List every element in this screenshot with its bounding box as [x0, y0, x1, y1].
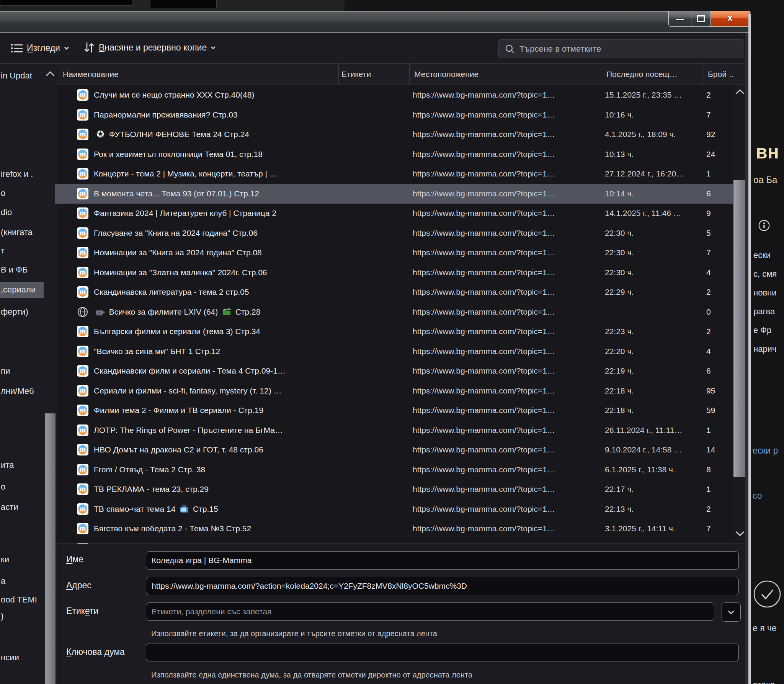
- bookmark-title: Гласуване за "Книга на 2024 година" Стр.…: [94, 223, 258, 243]
- bookmark-row[interactable]: mЛОТР: The Rings of Power - Пръстените н…: [55, 420, 733, 440]
- background-window-text-line: с, смя: [753, 269, 777, 279]
- info-icon: [758, 219, 770, 232]
- bookmark-row[interactable]: mFrom / Отвъд - Тема 2 Стр. 38https://ww…: [55, 460, 733, 480]
- sidebar-folder[interactable]: лни/Меб: [1, 383, 34, 399]
- sidebar-folder[interactable]: ферти): [1, 304, 28, 320]
- window-titlebar[interactable]: [0, 11, 751, 33]
- sidebar-folder[interactable]: ): [1, 608, 3, 624]
- bookmark-row[interactable]: mТВ спамо-чат тема 14 Стр.15https://www.…: [55, 499, 733, 519]
- keyword-field[interactable]: [146, 643, 739, 661]
- bookmark-row[interactable]: mПаранормални преживявания? Стр.03https:…: [55, 105, 733, 125]
- bookmark-row[interactable]: mСкандинавска литература - тема 2 стр.05…: [55, 282, 733, 302]
- bookmark-last-visited: 22:19 ч.: [605, 361, 702, 381]
- views-list-icon: [11, 43, 23, 53]
- column-header-last-visited[interactable]: Последно посещ…: [606, 64, 700, 85]
- bookmark-url: https://www.bg-mamma.com/?topic=1…: [413, 322, 596, 341]
- column-header-visit-count[interactable]: Брой …: [708, 64, 735, 85]
- sidebar-folder[interactable]: В и ФБ: [1, 262, 28, 278]
- sidebar-folder[interactable]: о: [1, 479, 5, 495]
- bookmark-last-visited: 22:30 ч.: [605, 223, 702, 243]
- column-divider[interactable]: [338, 64, 339, 85]
- import-backup-menu-button[interactable]: Внасяне и резервно копие: [83, 41, 216, 54]
- sidebar-folder[interactable]: пи: [1, 363, 10, 379]
- bookmark-last-visited: 3.1.2025 г., 14:11 ч.: [605, 519, 702, 539]
- column-header-name[interactable]: Наименование: [63, 64, 336, 85]
- bookmark-row[interactable]: mБългарски филми и сериали (тема 3) Стр.…: [55, 322, 733, 341]
- search-icon: [505, 44, 515, 54]
- bookmark-url: https://www.bg-mamma.com/?topic=1…: [413, 184, 596, 204]
- sidebar-folder[interactable]: нсии: [1, 650, 19, 666]
- bookmark-row[interactable]: mНВО Домът на дракона С2 и ГОТ, т. 48 ст…: [55, 440, 733, 460]
- bookmark-title: Всичко за филмите LXIV (64) Стр.28: [94, 302, 260, 322]
- sidebar-folder[interactable]: асти: [1, 499, 18, 515]
- bookmark-title: ТВ спамо-чат тема 14 Стр.15: [94, 499, 218, 519]
- sidebar-folder[interactable]: ита: [1, 457, 14, 473]
- bookmark-row[interactable]: mГласуване за "Книга на 2024 година" Стр…: [55, 223, 733, 243]
- bookmark-title: Скандинавски филм и сериали - Тема 4 Стр…: [94, 361, 286, 381]
- bookmark-row[interactable]: m ФУТБОЛНИ ФЕНОВЕ Тема 24 Стр.24https://…: [55, 124, 733, 144]
- bookmark-visit-count: 1: [706, 479, 711, 499]
- bookmark-title: From / Отвъд - Тема 2 Стр. 38: [94, 460, 205, 480]
- sidebar-folder[interactable]: о: [1, 185, 5, 201]
- background-window-fragment: [150, 0, 217, 8]
- bookmark-row[interactable]: m Островът на 100-те гривни След сезона …: [55, 539, 733, 544]
- column-divider[interactable]: [702, 64, 702, 85]
- background-window-text-line: е Фр: [753, 325, 771, 335]
- bgmamma-favicon: m: [77, 149, 88, 160]
- sidebar-folder[interactable]: (книгата: [1, 224, 33, 240]
- column-divider[interactable]: [409, 64, 410, 85]
- sidebar-scroll-up-icon[interactable]: [45, 71, 55, 77]
- bookmark-row[interactable]: Всичко за филмите LXIV (64) Стр.28https:…: [55, 302, 733, 322]
- address-field[interactable]: [146, 577, 739, 595]
- sidebar-folder[interactable]: irefox и .: [1, 166, 33, 182]
- sidebar-folder[interactable]: ood TEMI: [1, 592, 37, 608]
- sidebar-folder[interactable]: т: [1, 243, 5, 259]
- name-field[interactable]: [146, 551, 739, 570]
- bookmark-row[interactable]: mФантазика 2024 | Литературен клуб | Стр…: [55, 203, 733, 223]
- bookmark-row[interactable]: mФилми тема 2 - Филми и ТВ сериали - Стр…: [55, 400, 733, 420]
- search-input[interactable]: [519, 40, 738, 58]
- tags-dropdown-button[interactable]: [722, 602, 741, 622]
- bookmark-row[interactable]: mСкандинавски филм и сериали - Тема 4 Ст…: [55, 361, 733, 381]
- bookmark-row[interactable]: m"Всичко за сина ми" БНТ 1 Стр.12https:/…: [55, 341, 733, 361]
- bookmark-row[interactable]: mБягство към победата 2 - Тема №3 Стр.52…: [55, 519, 733, 539]
- bookmark-row-selected[interactable]: mВ момента чета... Тема 93 (от 07.01.) С…: [55, 184, 733, 204]
- sidebar-folder-selected[interactable]: ,сериали: [0, 282, 44, 298]
- bookmark-row[interactable]: mКонцерти - тема 2 | Музика, концерти, т…: [55, 164, 733, 184]
- bookmark-row[interactable]: mНоминации за "Златна малинка" 2024г. Ст…: [55, 263, 733, 282]
- clapperboard-icon: [222, 308, 231, 316]
- minimize-button[interactable]: [669, 11, 691, 26]
- tags-field[interactable]: [146, 602, 714, 621]
- bookmark-url: https://www.bg-mamma.com/?topic=1…: [413, 420, 596, 440]
- bookmark-row[interactable]: mСлучи ми се нещо странно XXX Стр.40(48)…: [55, 85, 733, 105]
- scroll-up-icon[interactable]: [735, 89, 745, 95]
- list-scrollbar-thumb[interactable]: [733, 180, 746, 477]
- bookmark-url: https://www.bg-mamma.com/?topic=1…: [413, 223, 596, 243]
- bookmark-row[interactable]: mСериали и филми - sci-fi, fantasy, myst…: [55, 381, 733, 401]
- background-window-link2: со: [753, 491, 762, 501]
- bookmark-url: https://www.bg-mamma.com/?topic=1…: [413, 164, 596, 184]
- background-window-text-line: рагва: [753, 307, 775, 317]
- bgmamma-favicon: m: [77, 523, 88, 534]
- column-header-tags[interactable]: Етикети: [341, 64, 407, 85]
- chevron-down-icon: [64, 46, 69, 50]
- close-button[interactable]: x: [710, 11, 749, 26]
- sidebar-folder[interactable]: ки: [1, 552, 9, 568]
- sidebar-folder[interactable]: dio: [1, 204, 12, 220]
- bookmark-row[interactable]: mТВ РЕКЛАМА - тема 23, стр.29https://www…: [55, 479, 733, 499]
- name-field-label: Име: [66, 554, 83, 565]
- scroll-down-icon[interactable]: [735, 531, 745, 537]
- sidebar-folder[interactable]: in Updat: [1, 68, 32, 84]
- bookmark-last-visited: 10:14 ч.: [605, 184, 702, 204]
- bgmamma-favicon: m: [77, 365, 88, 377]
- views-menu-button[interactable]: Изгледи: [11, 43, 69, 53]
- sidebar-folder[interactable]: а: [1, 573, 5, 589]
- bookmark-row[interactable]: mНоминации за "Книга на 2024 година" Стр…: [55, 243, 733, 263]
- sidebar-scrollbar-thumb[interactable]: [45, 413, 56, 684]
- column-header-location[interactable]: Местоположение: [414, 64, 600, 85]
- film-projector-icon: [96, 309, 105, 316]
- bookmark-row[interactable]: mРок и хевиметъл поклонници Тема 01, стр…: [55, 144, 733, 164]
- maximize-button[interactable]: [691, 11, 710, 26]
- bookmark-last-visited: 22:17 ч.: [605, 479, 702, 499]
- column-divider[interactable]: [602, 64, 602, 85]
